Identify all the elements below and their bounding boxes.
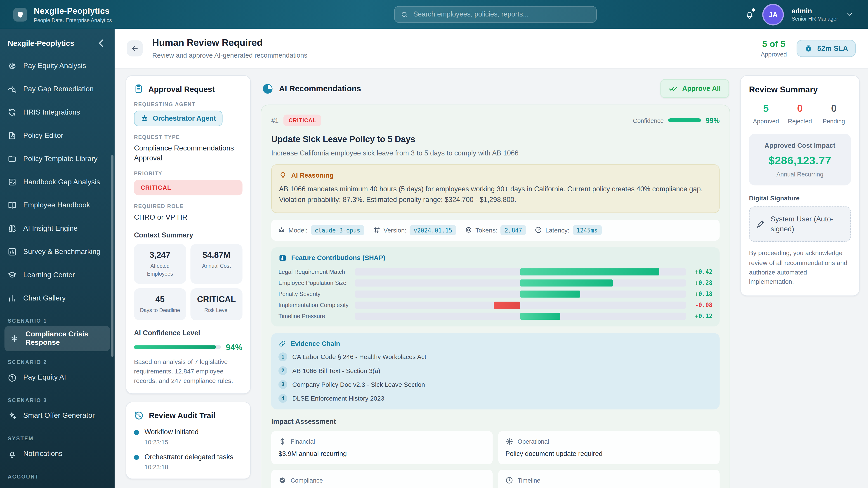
sidebar-item-ai-insight-engine[interactable]: AI Insight Engine <box>0 217 115 240</box>
shap-feature-name: Employee Population Size <box>278 280 349 286</box>
global-search[interactable] <box>394 6 596 23</box>
evidence-item[interactable]: 1 CA Labor Code § 246 - Healthy Workplac… <box>278 352 712 361</box>
cost-impact-tile: Approved Cost Impact $286,123.77 Annual … <box>749 134 851 186</box>
context-tile-label: Affected Employees <box>137 262 183 278</box>
avatar[interactable]: JA <box>762 4 784 25</box>
search-icon <box>401 11 408 18</box>
sidebar-item-pay-gap-remediation[interactable]: Pay Gap Remediation <box>0 77 115 101</box>
search-input[interactable] <box>412 10 590 19</box>
pie-chart-icon <box>262 83 273 94</box>
approve-all-button[interactable]: Approve All <box>660 79 729 98</box>
dollar-icon <box>278 437 286 445</box>
sidebar-item-learning-center[interactable]: Learning Center <box>0 263 115 287</box>
evidence-text: DLSE Enforcement History 2023 <box>292 395 384 401</box>
sidebar-section-scenario-3: SCENARIO 3 <box>8 397 107 403</box>
sidebar-item-label: Employee Handbook <box>23 201 90 209</box>
context-tile: $4.87M Annual Cost <box>190 244 242 284</box>
bell-icon <box>8 450 17 459</box>
context-tile: CRITICAL Risk Level <box>190 288 242 321</box>
audit-dot-icon <box>134 455 139 460</box>
model-meta-label: Tokens: <box>475 227 497 233</box>
graduation-cap-icon <box>8 271 17 280</box>
recommendation-confidence-track <box>668 119 702 122</box>
recommendation-index: #1 <box>271 117 279 124</box>
impact-tile-label: Compliance <box>291 477 323 483</box>
impact-tile-value: $3.9M annual recurring <box>278 450 486 457</box>
digital-signature-box[interactable]: System User (Auto-signed) <box>749 206 851 242</box>
impact-tile-financial: Financial $3.9M annual recurring <box>271 431 493 464</box>
model-meta-item: Model: claude-3-opus <box>278 225 364 235</box>
sidebar-item-survey-benchmarking[interactable]: Survey & Benchmarking <box>0 240 115 263</box>
context-tile-label: Days to Deadline <box>137 306 183 315</box>
context-tile-value: CRITICAL <box>194 294 239 304</box>
user-role: Senior HR Manager <box>792 15 838 22</box>
chart-square-icon <box>278 254 287 262</box>
audit-event: Orchestrator delegated tasks 10:23:18 <box>134 453 243 470</box>
severity-badge: CRITICAL <box>284 115 321 126</box>
sidebar-item-chart-gallery[interactable]: Chart Gallery <box>0 287 115 310</box>
sidebar-item-notifications[interactable]: Notifications <box>0 443 115 466</box>
impact-tile-label: Timeline <box>518 477 540 483</box>
notification-dot <box>752 8 755 11</box>
hash-icon <box>373 226 380 234</box>
shap-feature-row: Implementation Complexity -0.08 <box>278 301 712 308</box>
model-meta-label: Model: <box>288 227 308 233</box>
impact-tile-operational: Operational Policy document update requi… <box>498 431 720 464</box>
model-meta-label: Latency: <box>545 227 569 233</box>
evidence-item[interactable]: 2 AB 1066 Bill Text - Section 3(a) <box>278 366 712 375</box>
request-type-value: Compliance Recommendations Approval <box>134 143 243 163</box>
approval-progress: 5 of 5 Approved <box>761 39 787 58</box>
audit-dot-icon <box>134 430 139 435</box>
required-role-label: REQUIRED ROLE <box>134 203 243 209</box>
audit-trail-card: Review Audit Trail Workflow initiated 10… <box>126 402 251 480</box>
sidebar-item-pay-equity-ai[interactable]: Pay Equity AI <box>0 366 115 390</box>
sidebar-item-smart-offer-generator[interactable]: Smart Offer Generator <box>0 404 115 428</box>
sla-badge[interactable]: 52m SLA <box>797 40 856 57</box>
approve-all-label: Approve All <box>682 85 721 92</box>
shap-track <box>355 279 686 287</box>
sidebar-item-label: Learning Center <box>23 271 75 279</box>
sidebar-brand: Nexgile-Peoplytics <box>8 39 74 47</box>
shap-panel: Feature Contributions (SHAP) Legal Requi… <box>271 247 720 326</box>
sidebar-item-compliance-crisis-response[interactable]: Compliance Crisis Response <box>4 326 110 351</box>
sidebar-item-policy-editor[interactable]: Policy Editor <box>0 124 115 147</box>
sidebar-item-pay-equity-analysis[interactable]: Pay Equity Analysis <box>0 54 115 77</box>
double-check-icon <box>669 84 678 93</box>
impact-tile-label: Operational <box>518 438 549 445</box>
evidence-item[interactable]: 3 Company Policy Doc v2.3 - Sick Leave S… <box>278 380 712 389</box>
sidebar-item-hris-integrations[interactable]: HRIS Integrations <box>0 101 115 124</box>
shap-title: Feature Contributions (SHAP) <box>291 254 385 262</box>
request-type-label: REQUEST TYPE <box>134 134 243 140</box>
sync-icon <box>8 108 17 117</box>
sidebar-section-scenario-1: SCENARIO 1 <box>8 318 107 324</box>
sidebar-item-policy-template-library[interactable]: Policy Template Library <box>0 147 115 170</box>
requesting-agent-badge[interactable]: Orchestrator Agent <box>134 111 223 126</box>
recommendation-description: Increase California employee sick leave … <box>271 149 720 157</box>
summary-stat-value: 0 <box>817 103 851 115</box>
back-button[interactable] <box>127 40 143 57</box>
confidence-title: AI Confidence Level <box>134 329 243 337</box>
sidebar-scrollbar[interactable] <box>111 155 114 357</box>
summary-stat-value: 5 <box>749 103 783 115</box>
approval-progress-value: 5 of 5 <box>761 39 787 49</box>
chevron-down-icon[interactable] <box>846 11 854 18</box>
trend-search-icon <box>8 85 17 94</box>
impact-tile-label: Financial <box>291 438 315 445</box>
recommendation-title: Update Sick Leave Policy to 5 Days <box>271 134 720 144</box>
model-meta-value: 1245ms <box>573 225 601 235</box>
shap-feature-row: Timeline Pressure +0.12 <box>278 313 712 320</box>
sidebar-collapse-button[interactable] <box>96 38 107 49</box>
sidebar-item-handbook-gap-analysis[interactable]: Handbook Gap Analysis <box>0 170 115 194</box>
token-icon <box>465 226 472 234</box>
signature-pen-icon <box>756 220 765 229</box>
head-question-icon <box>8 373 17 382</box>
recommendation-card: #1 CRITICAL Confidence 99% Update Sick L… <box>260 105 730 488</box>
robot-icon <box>141 115 148 122</box>
sparkles-icon <box>8 412 17 420</box>
context-tile-value: $4.87M <box>194 250 239 259</box>
evidence-item[interactable]: 4 DLSE Enforcement History 2023 <box>278 394 712 402</box>
notifications-button[interactable] <box>745 9 754 20</box>
sidebar-item-employee-handbook[interactable]: Employee Handbook <box>0 194 115 217</box>
book-icon <box>8 201 17 210</box>
model-meta-label: Version: <box>383 227 406 233</box>
